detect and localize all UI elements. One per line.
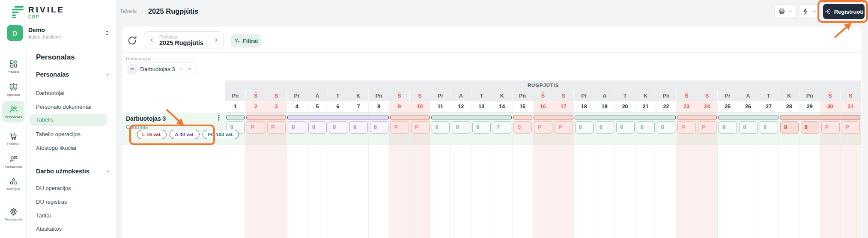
refresh-button[interactable] bbox=[127, 35, 138, 46]
period-selector: Periodas 2025 Rugpjūtis bbox=[144, 31, 224, 48]
timesheet-cell-day-3[interactable]: P bbox=[267, 121, 286, 134]
date-cell: 20 bbox=[615, 101, 635, 112]
timesheet-cell-day-22[interactable]: 8 bbox=[657, 121, 675, 134]
sidebar-item-tabelio-operacijos[interactable]: Tabelio operacijos bbox=[36, 131, 81, 138]
timesheet-cell-day-24[interactable]: P bbox=[698, 121, 716, 134]
timesheet-cell-day-15[interactable]: S bbox=[513, 121, 532, 134]
date-cell: 3 bbox=[266, 101, 287, 112]
weekday-cell: A bbox=[307, 90, 328, 101]
sidebar-rail-item-nustatymai[interactable]: Nustatymai bbox=[2, 203, 24, 225]
rail-item-label: Apskaita bbox=[7, 93, 20, 97]
timesheet-cell-day-6[interactable]: 8 bbox=[329, 121, 347, 134]
sidebar-item-tabelis[interactable]: Tabelis bbox=[36, 116, 53, 123]
sidebar-item-atostogų-likučiai[interactable]: Atostogų likučiai bbox=[36, 145, 76, 152]
sidebar-item-darbuotojai[interactable]: Darbuotojai bbox=[36, 90, 65, 97]
timesheet-cell-day-4[interactable]: 8 bbox=[288, 121, 306, 134]
kebab-menu-icon[interactable] bbox=[215, 114, 223, 122]
weekday-cell: A bbox=[738, 90, 759, 101]
rail-item-label: Pirkimai bbox=[7, 142, 19, 146]
timesheet-cell-day-8[interactable]: 8 bbox=[370, 121, 388, 134]
sidebar-rail-item-atsargos[interactable]: Atsargos bbox=[2, 173, 24, 194]
next-period-button[interactable] bbox=[213, 37, 219, 43]
equals-icon bbox=[129, 66, 135, 72]
brand-name: RIVILE bbox=[28, 5, 65, 15]
sidebar-rail-item-personalas[interactable]: Personalas bbox=[2, 101, 24, 122]
timesheet-cell-day-19[interactable]: 8 bbox=[596, 121, 614, 134]
sidebar-rail-item-pardavimai[interactable]: Pardavimai bbox=[2, 151, 24, 172]
date-cell: 21 bbox=[635, 101, 656, 112]
timesheet-cell-day-14[interactable]: 7 bbox=[493, 121, 511, 134]
menu-section-2[interactable]: Darbo užmokestis bbox=[36, 168, 110, 175]
timesheet-cell-day-28[interactable]: 8 bbox=[780, 121, 799, 134]
expander-icon[interactable] bbox=[104, 30, 110, 36]
date-cell: 30 bbox=[820, 101, 841, 112]
register-button[interactable]: Registruoti bbox=[823, 4, 865, 19]
weekday-cell: Pr bbox=[287, 90, 307, 101]
date-cell: 23 bbox=[677, 101, 697, 112]
timesheet-cell-day-26[interactable]: 8 bbox=[739, 121, 758, 134]
equals-operator-button[interactable] bbox=[128, 64, 137, 74]
menu-section-label: Personalas bbox=[36, 71, 69, 78]
timesheet-cell-day-17[interactable]: P bbox=[555, 121, 573, 134]
weekday-cell: Pn bbox=[799, 90, 820, 101]
period-value[interactable]: 2025 Rugpjūtis bbox=[159, 39, 203, 46]
timesheet-cell-day-21[interactable]: 8 bbox=[637, 121, 655, 134]
menu-section-label: Darbo užmokestis bbox=[36, 168, 89, 175]
date-cell: 14 bbox=[492, 101, 513, 112]
weekday-cell: K bbox=[492, 90, 513, 101]
previous-period-button[interactable] bbox=[149, 37, 155, 43]
weekday-cell: Š bbox=[677, 90, 697, 101]
rivile-logo-icon bbox=[10, 5, 25, 19]
date-cell: 15 bbox=[513, 101, 533, 112]
print-menu-button[interactable] bbox=[774, 4, 796, 18]
weekday-cell: S bbox=[697, 90, 718, 101]
timesheet-cell-day-11[interactable]: 8 bbox=[432, 121, 450, 134]
user-switcher[interactable]: D Demo Aušra Juodienė bbox=[7, 24, 110, 42]
timesheet-cell-day-2[interactable]: P bbox=[247, 121, 265, 134]
quick-actions-button[interactable] bbox=[799, 4, 820, 18]
timesheet-cell-day-7[interactable]: 8 bbox=[349, 121, 368, 134]
timesheet-cell-day-13[interactable]: 8 bbox=[472, 121, 491, 134]
sidebar-item-du-registras[interactable]: DU registras bbox=[36, 199, 67, 205]
date-header-row: 1234567891011121314151617181920212223242… bbox=[225, 101, 861, 112]
menu-section-1[interactable]: Personalas bbox=[36, 71, 110, 78]
rail-item-label: Pradžia bbox=[7, 70, 19, 74]
sidebar-item-ataskaitos[interactable]: Ataskaitos bbox=[36, 226, 62, 232]
date-cell: 1 bbox=[225, 101, 246, 112]
date-cell: 31 bbox=[841, 101, 861, 112]
weekday-cell: Pr bbox=[430, 90, 451, 101]
timesheet-cell-day-18[interactable]: 8 bbox=[575, 121, 594, 134]
sidebar-item-tarifai[interactable]: Tarifai bbox=[36, 212, 51, 219]
sidebar-item-personalo-dokumentai[interactable]: Personalo dokumentai bbox=[36, 104, 91, 110]
sidebar-rail-item-apskaita[interactable]: Apskaita bbox=[2, 79, 24, 100]
sidebar-item-du-operacijos[interactable]: DU operacijos bbox=[36, 185, 71, 192]
timesheet-cell-day-16[interactable]: P bbox=[534, 121, 552, 134]
date-cell: 4 bbox=[287, 101, 307, 112]
hours-badge-fd: FD 103 val. bbox=[203, 130, 239, 139]
chevron-down-icon bbox=[812, 9, 817, 14]
sidebar-rail-item-pirkimai[interactable]: Pirkimai bbox=[2, 128, 24, 149]
sidebar-rail-item-pradžia[interactable]: Pradžia bbox=[2, 56, 24, 77]
timesheet-cell-day-23[interactable]: P bbox=[677, 121, 696, 134]
date-cell: 29 bbox=[799, 101, 820, 112]
timesheet-cell-day-30[interactable]: P bbox=[821, 121, 840, 134]
timesheet-cell-day-25[interactable]: 8 bbox=[719, 121, 737, 134]
employee-filter-label: Darbuotojas bbox=[126, 56, 151, 61]
timesheet-cell-day-20[interactable]: 8 bbox=[616, 121, 635, 134]
filters-button[interactable]: Filtrai bbox=[231, 34, 261, 48]
timesheet-cell-day-10[interactable]: P bbox=[411, 121, 430, 134]
chevron-down-icon[interactable] bbox=[187, 66, 192, 71]
timesheet-cell-day-31[interactable]: P bbox=[842, 121, 860, 134]
timesheet-cell-day-27[interactable]: 8 bbox=[760, 121, 778, 134]
weekday-cell: S bbox=[266, 90, 287, 101]
date-cell: 26 bbox=[738, 101, 759, 112]
date-cell: 6 bbox=[328, 101, 349, 112]
clear-filter-icon[interactable] bbox=[179, 66, 183, 71]
employee-filter-chip[interactable]: Darbuotojas 3 bbox=[126, 62, 196, 75]
timesheet-cell-day-29[interactable]: 8 bbox=[801, 121, 819, 134]
timesheet-cell-day-5[interactable]: 8 bbox=[308, 121, 327, 134]
breadcrumb-parent[interactable]: Tabelis bbox=[120, 8, 137, 14]
timesheet-cell-day-9[interactable]: P bbox=[391, 121, 409, 134]
timesheet-cell-day-12[interactable]: 8 bbox=[452, 121, 470, 134]
grid-icon bbox=[9, 60, 18, 68]
